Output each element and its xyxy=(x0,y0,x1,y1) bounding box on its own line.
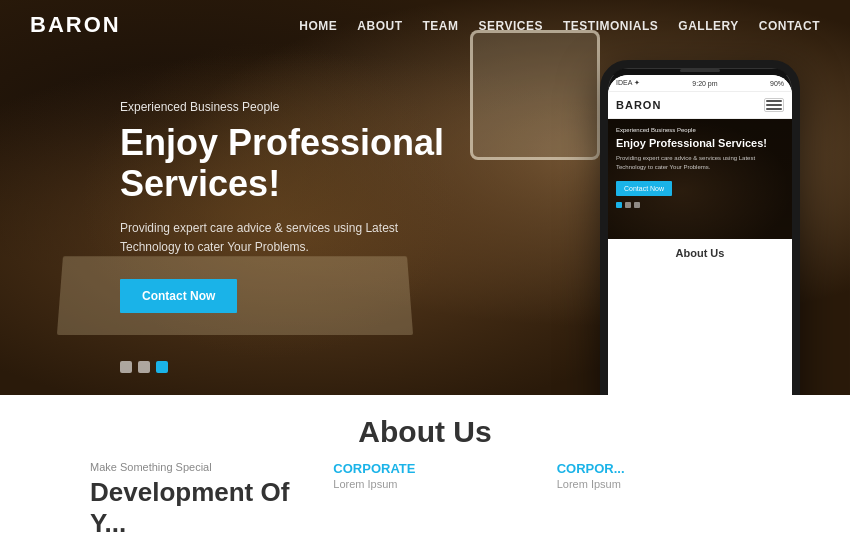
nav-link-gallery[interactable]: GALLERY xyxy=(678,19,738,33)
nav-logo: BARON xyxy=(30,12,121,38)
phone-status-bar: IDEA ✦ 9:20 pm 90% xyxy=(608,75,792,92)
slider-dot-2[interactable] xyxy=(138,361,150,373)
hamburger-line-1 xyxy=(766,100,782,102)
phone-hero-desc: Providing expert care advice & services … xyxy=(616,154,784,171)
nav-item-gallery[interactable]: GALLERY xyxy=(678,16,738,34)
slider-dot-1[interactable] xyxy=(120,361,132,373)
nav-link-about[interactable]: ABOUT xyxy=(357,19,402,33)
phone-about-title: About Us xyxy=(616,247,784,259)
nav-item-testimonials[interactable]: TESTIMONIALS xyxy=(563,16,658,34)
nav-link-home[interactable]: HOME xyxy=(299,19,337,33)
phone-hero-tagline: Experienced Business People xyxy=(616,127,784,133)
about-title: About Us xyxy=(358,415,491,449)
hero-section: BARON HOME ABOUT TEAM SERVICES TESTIMONI… xyxy=(0,0,850,395)
hamburger-line-2 xyxy=(766,104,782,106)
nav-link-contact[interactable]: CONTACT xyxy=(759,19,820,33)
phone-dot-3[interactable] xyxy=(634,202,640,208)
phone-dot-2[interactable] xyxy=(625,202,631,208)
phone-status-left: IDEA ✦ xyxy=(616,79,640,87)
phone-hero-title: Enjoy Professional Services! xyxy=(616,136,784,150)
slider-dots xyxy=(120,361,168,373)
about-col-2: CORPORATE Lorem Ipsum xyxy=(313,461,536,539)
phone-hamburger-icon[interactable] xyxy=(764,98,784,112)
nav-item-home[interactable]: HOME xyxy=(299,16,337,34)
about-corporate-1-title: CORPORATE xyxy=(333,461,536,476)
hamburger-line-3 xyxy=(766,108,782,110)
phone-dot-1[interactable] xyxy=(616,202,622,208)
nav-links: HOME ABOUT TEAM SERVICES TESTIMONIALS GA… xyxy=(299,16,820,34)
about-columns: Make Something Special Development Of Y.… xyxy=(30,461,820,539)
nav-link-team[interactable]: TEAM xyxy=(423,19,459,33)
phone-nav: BARON xyxy=(608,92,792,119)
hero-tagline: Experienced Business People xyxy=(120,100,500,114)
hero-description: Providing expert care advice & services … xyxy=(120,219,430,257)
nav-item-contact[interactable]: CONTACT xyxy=(759,16,820,34)
about-development-title: Development Of Y... xyxy=(90,477,293,539)
hero-title: Enjoy Professional Services! xyxy=(120,122,500,205)
phone-hero-section: Experienced Business People Enjoy Profes… xyxy=(608,119,792,239)
phone-status-time: 9:20 pm xyxy=(692,80,717,87)
nav-item-about[interactable]: ABOUT xyxy=(357,16,402,34)
contact-now-button[interactable]: Contact Now xyxy=(120,279,237,313)
nav-item-team[interactable]: TEAM xyxy=(423,16,459,34)
phone-about-section: About Us xyxy=(608,239,792,271)
phone-screen: IDEA ✦ 9:20 pm 90% BARON Experienced Bus… xyxy=(608,75,792,395)
slider-dot-3[interactable] xyxy=(156,361,168,373)
nav-item-services[interactable]: SERVICES xyxy=(479,16,543,34)
about-corporate-1-subtitle: Lorem Ipsum xyxy=(333,478,536,490)
nav-link-services[interactable]: SERVICES xyxy=(479,19,543,33)
phone-status-battery: 90% xyxy=(770,80,784,87)
phone-mockup: IDEA ✦ 9:20 pm 90% BARON Experienced Bus… xyxy=(600,60,800,395)
about-corporate-2-title: CORPOR... xyxy=(557,461,760,476)
about-corporate-2-subtitle: Lorem Ipsum xyxy=(557,478,760,490)
phone-speaker xyxy=(680,69,720,72)
hero-content: Experienced Business People Enjoy Profes… xyxy=(120,100,500,313)
about-col-3: CORPOR... Lorem Ipsum xyxy=(537,461,760,539)
about-section: About Us Make Something Special Developm… xyxy=(0,395,850,540)
navbar: BARON HOME ABOUT TEAM SERVICES TESTIMONI… xyxy=(0,0,850,50)
phone-nav-logo: BARON xyxy=(616,99,661,111)
about-subtitle: Make Something Special xyxy=(90,461,293,473)
phone-contact-button[interactable]: Contact Now xyxy=(616,181,672,196)
about-col-1: Make Something Special Development Of Y.… xyxy=(90,461,313,539)
nav-link-testimonials[interactable]: TESTIMONIALS xyxy=(563,19,658,33)
phone-slider-dots xyxy=(616,202,784,208)
